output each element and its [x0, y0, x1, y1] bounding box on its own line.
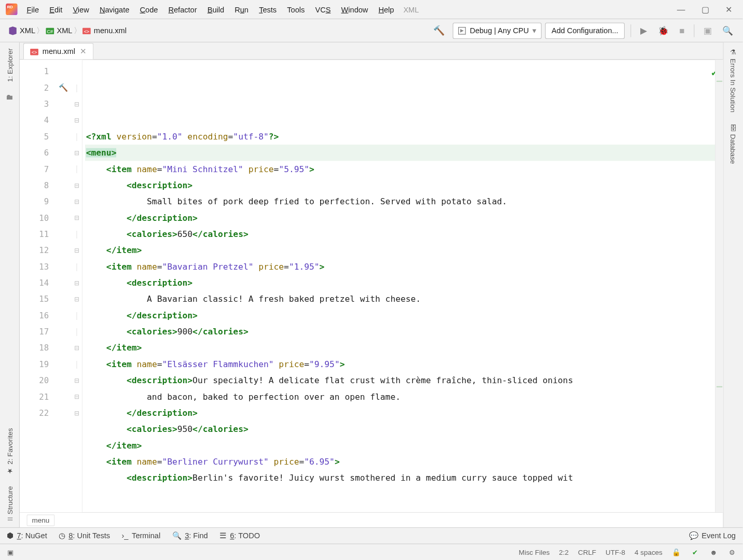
fold-end-icon[interactable]: ⊟ — [74, 182, 79, 189]
code-line[interactable]: <description> — [85, 177, 723, 193]
editor-area: <> menu.xml ✕ 12345678910111213141516171… — [20, 43, 723, 527]
menu-navigate[interactable]: Navigate — [95, 3, 134, 16]
file-encoding[interactable]: UTF-8 — [606, 548, 625, 556]
nuget-tool-button[interactable]: ⬢7: NuGet — [7, 531, 47, 540]
code-line[interactable]: <calories>950</calories> — [85, 421, 723, 437]
run-config-label: Debug | Any CPU — [470, 26, 529, 35]
breadcrumb-menu.xml[interactable]: <>menu.xml — [80, 25, 129, 36]
database-tool-button[interactable]: 🗄Database — [729, 118, 737, 170]
fold-handle-icon[interactable]: ⊟ — [74, 410, 79, 416]
status-bar: ▣ Misc Files 2:2 CRLF UTF-8 4 spaces 🔓 ✔… — [0, 543, 742, 559]
menu-build[interactable]: Build — [203, 3, 229, 16]
breadcrumb-item[interactable]: menu — [27, 514, 55, 526]
todo-tool-button[interactable]: ☰6: TODO — [219, 531, 260, 540]
tool-windows-quick-access-icon[interactable]: ▣ — [6, 548, 15, 556]
build-icon[interactable]: 🔨 — [433, 25, 445, 36]
minimize-button[interactable]: — — [677, 5, 685, 14]
code-line[interactable]: </description> — [85, 307, 723, 323]
breadcrumb-xml[interactable]: C#XML — [43, 25, 75, 36]
hector-icon[interactable]: ☻ — [709, 548, 718, 556]
indent-label[interactable]: 4 spaces — [635, 548, 663, 556]
stop-icon[interactable]: ■ — [676, 23, 688, 38]
fold-end-icon[interactable]: ⊟ — [74, 247, 79, 254]
menu-vcs[interactable]: VCS — [310, 3, 335, 16]
code-editor[interactable]: 12345678910111213141516171819202122 🔨 │⊟… — [20, 60, 723, 512]
debug-icon — [458, 26, 466, 35]
unit-tests-tool-button[interactable]: ◷8: Unit Tests — [59, 531, 110, 540]
fold-handle-icon[interactable]: ⊟ — [74, 296, 79, 302]
tab-close-icon[interactable]: ✕ — [79, 47, 88, 56]
menu-run[interactable]: Run — [230, 3, 253, 16]
explorer-tool-button[interactable]: 1: Explorer — [6, 43, 14, 88]
menu-tools[interactable]: Tools — [282, 3, 309, 16]
code-line[interactable]: </item> — [85, 437, 723, 453]
event-log-tool-button[interactable]: 💬Event Log — [689, 531, 736, 540]
code-line[interactable]: Small bites of pork deep fried to perfec… — [85, 193, 723, 209]
line-number-gutter: 12345678910111213141516171819202122 — [20, 60, 54, 512]
breadcrumb-xml[interactable]: XML — [6, 25, 37, 36]
code-line[interactable]: <item name="Mini Schnitzel" price="5.95"… — [85, 161, 723, 177]
fold-handle-icon[interactable]: ⊟ — [74, 101, 79, 107]
code-line[interactable]: <?xml version="1.0" encoding="utf-8"?> — [85, 129, 723, 145]
add-configuration-button[interactable]: Add Configuration... — [545, 22, 625, 38]
memory-indicator-icon[interactable]: ⚙ — [727, 548, 737, 556]
caret-position[interactable]: 2:2 — [559, 548, 569, 556]
readonly-lock-icon[interactable]: 🔓 — [672, 548, 681, 556]
code-line[interactable]: </item> — [85, 242, 723, 258]
code-line[interactable]: <description>Our specialty! A delicate f… — [85, 372, 723, 388]
code-line[interactable]: </description> — [85, 209, 723, 226]
gutter-icons: 🔨 — [54, 60, 72, 512]
fold-end-icon[interactable]: ⊟ — [74, 149, 79, 156]
svg-text:C#: C# — [47, 29, 52, 34]
inspection-status-icon[interactable]: ✔ — [691, 548, 700, 556]
find-tool-button[interactable]: 🔍3: Find — [172, 531, 208, 540]
fold-end-icon[interactable]: ⊟ — [74, 344, 79, 351]
fold-handle-icon[interactable]: ⊟ — [74, 198, 79, 205]
folder-icon[interactable]: 🖿 — [6, 88, 13, 106]
code-line[interactable]: </description> — [85, 405, 723, 421]
menu-refactor[interactable]: Refactor — [164, 3, 202, 16]
xml-icon: <> — [82, 26, 91, 35]
code-line[interactable]: A Bavarian classic! A fresh baked pretze… — [85, 291, 723, 307]
code-line[interactable]: <item name="Berliner Currywurst" price="… — [85, 454, 723, 470]
debug-bug-icon[interactable]: 🐞 — [654, 23, 672, 38]
code-line[interactable]: <description>Berlin's favorite! Juicy wu… — [85, 470, 723, 486]
sln-icon — [8, 26, 18, 35]
menu-window[interactable]: Window — [337, 3, 373, 16]
title-bar: FileEditViewNavigateCodeRefactorBuildRun… — [0, 0, 742, 19]
search-everywhere-icon[interactable]: 🔍 — [719, 23, 737, 38]
errors-tool-button[interactable]: ⚗Errors In Solution — [729, 43, 737, 118]
code-line[interactable]: <menu> — [85, 145, 723, 161]
code-line[interactable]: <description> — [85, 275, 723, 291]
code-content[interactable]: ✔ <?xml version="1.0" encoding="utf-8"?>… — [82, 60, 723, 512]
menu-help[interactable]: Help — [374, 3, 399, 16]
code-line[interactable]: </item> — [85, 340, 723, 356]
error-stripe[interactable] — [715, 60, 723, 512]
menu-file[interactable]: File — [22, 3, 44, 16]
structure-tool-button[interactable]: ⁞⁞Structure — [6, 481, 14, 527]
terminal-tool-button[interactable]: ›_Terminal — [121, 531, 160, 540]
code-line[interactable]: <calories>650</calories> — [85, 226, 723, 242]
file-context-label[interactable]: Misc Files — [519, 548, 550, 556]
code-line[interactable]: <calories>900</calories> — [85, 324, 723, 340]
editor-tab[interactable]: <> menu.xml ✕ — [23, 43, 94, 59]
code-line[interactable]: <item name="Bavarian Pretzel" price="1.9… — [85, 258, 723, 274]
fold-handle-icon[interactable]: ⊟ — [74, 117, 79, 123]
fold-handle-icon[interactable]: ⊟ — [74, 393, 79, 400]
close-button[interactable]: ✕ — [725, 5, 732, 14]
menu-edit[interactable]: Edit — [45, 3, 67, 16]
code-line[interactable]: <item name="Elsässer Flammkuchen" price=… — [85, 356, 723, 372]
line-separator[interactable]: CRLF — [578, 548, 596, 556]
menu-view[interactable]: View — [68, 3, 93, 16]
run-icon[interactable]: ▶ — [637, 23, 651, 38]
fold-end-icon[interactable]: ⊟ — [74, 279, 79, 286]
maximize-button[interactable]: ▢ — [701, 5, 709, 14]
menu-tests[interactable]: Tests — [254, 3, 281, 16]
run-anything-icon[interactable]: ▣ — [700, 23, 716, 38]
run-config-selector[interactable]: Debug | Any CPU ▾ — [453, 22, 542, 38]
fold-end-icon[interactable]: ⊟ — [74, 377, 79, 384]
favorites-tool-button[interactable]: ★2: Favorites — [6, 422, 14, 481]
code-line[interactable]: and bacon, baked to perfection over an o… — [85, 388, 723, 404]
fold-handle-icon[interactable]: ⊟ — [74, 214, 79, 221]
menu-code[interactable]: Code — [135, 3, 163, 16]
